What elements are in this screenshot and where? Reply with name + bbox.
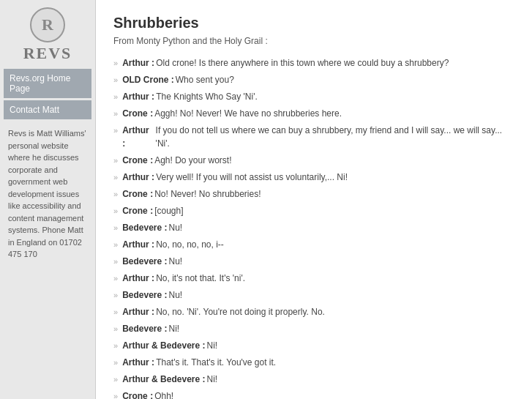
dialogue-speech: Who sent you?: [176, 73, 234, 86]
dialogue-arrow: »: [113, 154, 118, 167]
dialogue-item: »Crone : Aggh! No! Never! We have no shr…: [113, 107, 514, 120]
dialogue-speech: That's it. That's it. You've got it.: [156, 356, 276, 369]
page-title: Shrubberies: [113, 15, 514, 31]
dialogue-speaker: Bedevere :: [122, 255, 167, 268]
dialogue-speech: No, it's not that. It's 'ni'.: [156, 272, 245, 285]
dialogue-item: »Arthur : No, no. 'Ni'. You're not doing…: [113, 305, 514, 318]
dialogue-item: »Bedevere : Nu!: [113, 221, 514, 234]
dialogue-arrow: »: [113, 306, 118, 318]
dialogue-speaker: Arthur :: [122, 90, 154, 103]
logo-circle: R: [30, 7, 65, 42]
page-wrapper: R REVS Revs.org Home Page Contact Matt R…: [0, 0, 532, 399]
dialogue-speech: Nu!: [169, 288, 183, 302]
dialogue-speaker: Bedevere :: [122, 221, 167, 234]
dialogue-speech: Very well! If you will not assist us vol…: [156, 171, 348, 184]
dialogue-item: »Crone : No! Never! No shrubberies!: [113, 187, 514, 201]
dialogue-speaker: Arthur & Bedevere :: [122, 339, 205, 352]
logo-name: REVS: [23, 44, 72, 63]
dialogue-speaker: Arthur :: [122, 124, 154, 150]
subtitle: From Monty Python and the Holy Grail :: [113, 36, 514, 46]
dialogue-speech: If you do not tell us where we can buy a…: [156, 124, 514, 150]
nav-home[interactable]: Revs.org Home Page: [4, 69, 91, 98]
dialogue-speaker: Bedevere :: [122, 322, 167, 335]
dialogue-item: »Arthur & Bedevere : Ni!: [113, 373, 514, 386]
dialogue-arrow: »: [113, 357, 118, 369]
dialogue-speech: Nu!: [169, 255, 183, 268]
dialogue-speaker: Crone :: [122, 389, 153, 399]
dialogue-speaker: Crone :: [122, 107, 153, 120]
dialogue-arrow: »: [113, 222, 118, 234]
logo-letter: R: [42, 15, 53, 34]
dialogue-arrow: »: [113, 188, 118, 201]
logo-area: R REVS: [23, 7, 72, 63]
dialogue-arrow: »: [113, 124, 118, 137]
nav-contact[interactable]: Contact Matt: [4, 100, 91, 119]
dialogue-arrow: »: [113, 91, 118, 103]
dialogue-arrow: »: [113, 171, 118, 184]
dialogue-item: »Bedevere : Ni!: [113, 322, 514, 335]
sidebar: R REVS Revs.org Home Page Contact Matt R…: [0, 0, 95, 399]
dialogue-speaker: Crone :: [122, 204, 153, 217]
dialogue-arrow: »: [113, 289, 118, 302]
dialogue-speaker: Crone :: [122, 154, 153, 167]
dialogue-item: »Arthur : If you do not tell us where we…: [113, 124, 514, 150]
dialogue-speech: No, no. 'Ni'. You're not doing it proper…: [156, 305, 325, 318]
dialogue-speech: Ni!: [207, 339, 218, 352]
dialogue-speech: No, no, no, no, i--: [156, 238, 224, 251]
dialogue-arrow: »: [113, 323, 118, 335]
dialogue-speech: Ni!: [169, 322, 180, 335]
dialogue-speaker: Arthur :: [122, 56, 154, 70]
dialogue-item: »Arthur : No, it's not that. It's 'ni'.: [113, 272, 514, 285]
dialogue-speech: No! Never! No shrubberies!: [154, 187, 261, 201]
dialogue-item: »Crone : Agh! Do your worst!: [113, 154, 514, 167]
dialogue-arrow: »: [113, 390, 118, 399]
dialogue-speaker: Arthur :: [122, 305, 154, 318]
dialogue-item: »Arthur : Old crone! Is there anywhere i…: [113, 56, 514, 70]
dialogue-speaker: Arthur :: [122, 171, 154, 184]
dialogue-speech: Ohh!: [154, 389, 173, 399]
dialogue-speaker: Crone :: [122, 187, 153, 201]
dialogue-item: »Arthur : The Knights Who Say 'Ni'.: [113, 90, 514, 103]
dialogue-arrow: »: [113, 340, 118, 352]
dialogue-arrow: »: [113, 373, 118, 386]
dialogue-speaker: Arthur :: [122, 356, 154, 369]
dialogue-speech: Aggh! No! Never! We have no shrubberies …: [154, 107, 342, 120]
dialogue-speech: The Knights Who Say 'Ni'.: [156, 90, 258, 103]
dialogue-item: »Arthur : That's it. That's it. You've g…: [113, 356, 514, 369]
dialogue-arrow: »: [113, 239, 118, 251]
dialogue-speech: [cough]: [154, 204, 183, 217]
dialogue-speech: Ni!: [207, 373, 218, 386]
main-content: Shrubberies From Monty Python and the Ho…: [95, 0, 532, 399]
dialogue-arrow: »: [113, 57, 118, 70]
dialogue-item: »Arthur : No, no, no, no, i--: [113, 238, 514, 251]
dialogue-arrow: »: [113, 205, 118, 217]
dialogue-item: »Bedevere : Nu!: [113, 288, 514, 302]
dialogue-item: »OLD Crone : Who sent you?: [113, 73, 514, 86]
dialogue-arrow: »: [113, 256, 118, 268]
dialogue-item: »Arthur & Bedevere : Ni!: [113, 339, 514, 352]
dialogue-speech: Agh! Do your worst!: [154, 154, 231, 167]
dialogue-arrow: »: [113, 272, 118, 285]
dialogue-speaker: Arthur :: [122, 238, 154, 251]
dialogue-item: »Arthur : Very well! If you will not ass…: [113, 171, 514, 184]
dialogue-arrow: »: [113, 74, 118, 86]
dialogue-item: »Crone : Ohh!: [113, 389, 514, 399]
dialogue-speech: Old crone! Is there anywhere in this tow…: [156, 56, 449, 70]
sidebar-description: Revs is Matt Williams' personal website …: [4, 122, 91, 266]
dialogue-item: »Crone : [cough]: [113, 204, 514, 217]
dialogue-list: »Arthur : Old crone! Is there anywhere i…: [113, 56, 514, 399]
dialogue-speaker: Arthur & Bedevere :: [122, 373, 205, 386]
dialogue-speaker: Bedevere :: [122, 288, 167, 302]
dialogue-speaker: Arthur :: [122, 272, 154, 285]
dialogue-speech: Nu!: [169, 221, 183, 234]
dialogue-speaker: OLD Crone :: [122, 73, 174, 86]
dialogue-arrow: »: [113, 108, 118, 120]
dialogue-item: »Bedevere : Nu!: [113, 255, 514, 268]
